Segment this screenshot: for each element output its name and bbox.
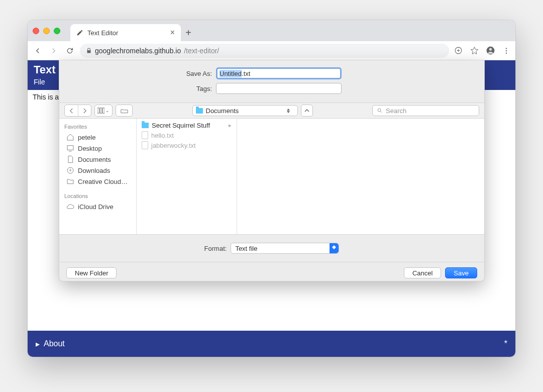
forward-button[interactable]	[48, 45, 60, 57]
address-bar[interactable]: googlechromelabs.github.io/text-editor/	[80, 44, 449, 58]
svg-rect-10	[67, 146, 73, 150]
svg-point-5	[506, 52, 507, 53]
home-icon	[66, 133, 74, 141]
saveas-input[interactable]: Untitled.txt	[216, 67, 342, 79]
file-icon	[142, 131, 148, 139]
close-window-icon[interactable]	[33, 28, 39, 34]
tags-input[interactable]	[216, 83, 342, 94]
tags-label: Tags:	[71, 85, 212, 92]
new-tab-button[interactable]: +	[181, 24, 196, 41]
sidebar-locations-header: Locations	[59, 191, 136, 201]
folder-icon	[66, 177, 74, 185]
browser-tab[interactable]: Text Editor ×	[70, 24, 181, 41]
sidebar-item-icloud[interactable]: iCloud Drive	[59, 201, 136, 212]
file-row-folder[interactable]: Secret Squirrel Stuff ▸	[137, 121, 237, 130]
install-icon[interactable]	[453, 46, 463, 56]
new-folder-button[interactable]: New Folder	[66, 267, 117, 278]
file-row[interactable]: jabberwocky.txt	[137, 140, 237, 150]
pencil-icon	[76, 29, 83, 36]
sidebar-item-documents[interactable]: Documents	[59, 154, 136, 165]
app-footer: ▸ About *	[28, 331, 515, 357]
dialog-header: Save As: Untitled.txt Tags:	[59, 60, 484, 103]
nav-back-forward	[64, 105, 91, 117]
search-input[interactable]: Search	[372, 105, 479, 116]
cloud-icon	[66, 203, 74, 211]
format-value: Text file	[235, 245, 257, 252]
group-button[interactable]	[116, 105, 133, 117]
save-dialog: Save As: Untitled.txt Tags: ⌄	[59, 60, 485, 281]
url-host: googlechromelabs.github.io	[95, 47, 181, 55]
format-row: Format: Text file	[59, 234, 484, 262]
chevron-right-icon: ▸	[229, 122, 232, 129]
location-popup[interactable]: Documents	[192, 105, 298, 116]
sidebar-item-downloads[interactable]: Downloads	[59, 165, 136, 176]
saveas-selected: Untitled	[220, 70, 242, 77]
columns-icon	[97, 108, 104, 114]
updown-icon	[285, 109, 291, 113]
dialog-footer: New Folder Cancel Save	[59, 262, 484, 283]
browser-actions	[453, 46, 511, 56]
search-icon	[377, 108, 383, 114]
tab-title: Text Editor	[87, 29, 118, 37]
folder-outline-icon	[121, 108, 128, 114]
file-column-empty	[237, 119, 484, 234]
select-arrow-icon	[330, 243, 339, 253]
documents-icon	[66, 155, 74, 163]
browser-window: Text Editor × + googlechromelabs.github.…	[28, 20, 515, 357]
page-content: Text File This is a n ▸ About * Save As:…	[28, 60, 515, 357]
save-button[interactable]: Save	[445, 267, 477, 278]
format-select[interactable]: Text file	[231, 243, 339, 254]
disclosure-icon[interactable]: ▸	[36, 339, 40, 349]
sidebar-item-home[interactable]: petele	[59, 132, 136, 143]
location-name: Documents	[206, 107, 239, 115]
back-button[interactable]	[32, 45, 44, 57]
desktop-icon	[66, 144, 74, 152]
menu-icon[interactable]	[501, 46, 511, 56]
file-row[interactable]: hello.txt	[137, 130, 237, 140]
sidebar-favorites-header: Favorites	[59, 122, 136, 132]
bookmark-icon[interactable]	[469, 46, 479, 56]
file-column: Secret Squirrel Stuff ▸ hello.txt jabber…	[137, 119, 237, 234]
reload-button[interactable]	[64, 45, 76, 57]
svg-point-4	[506, 50, 507, 51]
cancel-button[interactable]: Cancel	[404, 267, 441, 278]
dialog-toolbar: ⌄ Documents Search	[59, 103, 484, 119]
svg-point-9	[378, 109, 381, 112]
search-placeholder: Search	[386, 107, 406, 115]
format-label: Format:	[204, 245, 227, 252]
collapse-button[interactable]	[301, 105, 313, 117]
window-controls	[33, 28, 60, 34]
svg-point-2	[489, 48, 491, 51]
modified-indicator: *	[504, 339, 507, 348]
profile-icon[interactable]	[485, 46, 495, 56]
svg-point-3	[506, 48, 507, 49]
browser-tabstrip: Text Editor × +	[28, 20, 515, 41]
close-tab-icon[interactable]: ×	[170, 28, 175, 37]
maximize-window-icon[interactable]	[54, 28, 60, 34]
dialog-body: Favorites petele Desktop Documents Downl…	[59, 119, 484, 234]
browser-toolbar: googlechromelabs.github.io/text-editor/	[28, 41, 515, 60]
lock-icon	[86, 48, 92, 54]
file-icon	[142, 141, 148, 149]
view-mode[interactable]: ⌄	[94, 105, 113, 117]
svg-rect-6	[97, 108, 99, 114]
sidebar: Favorites petele Desktop Documents Downl…	[59, 119, 137, 234]
sidebar-item-creative-cloud[interactable]: Creative Cloud…	[59, 176, 136, 187]
footer-about[interactable]: About	[44, 339, 65, 348]
nav-back[interactable]	[65, 105, 78, 116]
svg-rect-7	[100, 108, 102, 114]
saveas-label: Save As:	[71, 70, 212, 77]
folder-icon	[196, 108, 203, 114]
saveas-rest: .txt	[242, 70, 250, 77]
folder-icon	[142, 123, 149, 128]
svg-rect-8	[103, 108, 105, 114]
url-path: /text-editor/	[184, 47, 219, 55]
sidebar-item-desktop[interactable]: Desktop	[59, 143, 136, 154]
nav-forward[interactable]	[78, 105, 91, 116]
minimize-window-icon[interactable]	[43, 28, 50, 34]
downloads-icon	[66, 166, 74, 174]
